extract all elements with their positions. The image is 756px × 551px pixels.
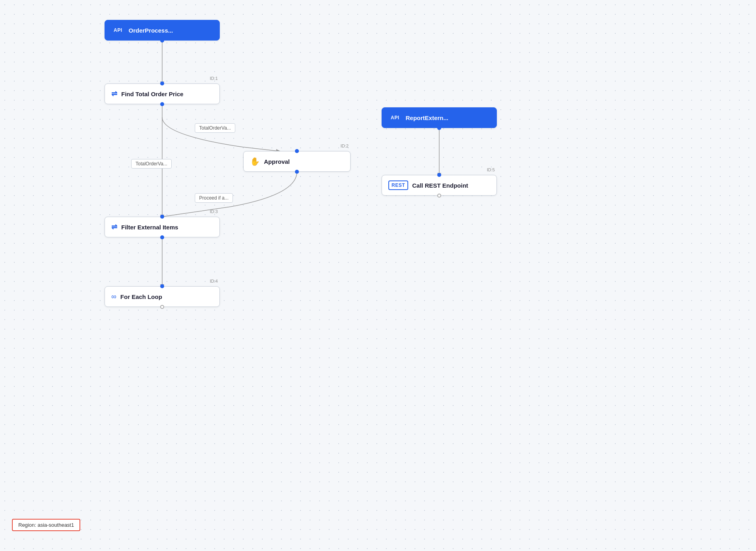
node-for-each-label: For Each Loop <box>120 293 162 300</box>
node-approval-id: ID:2 <box>341 144 349 148</box>
node-order-process[interactable]: API OrderProcess... <box>105 20 220 41</box>
loop-icon-for-each: ∞ <box>111 293 116 301</box>
node-for-each-id: ID:4 <box>210 279 218 283</box>
node-find-total[interactable]: ID:1 ⇌ Find Total Order Price <box>105 83 220 104</box>
node-approval[interactable]: ID:2 ✋ Approval <box>243 151 351 172</box>
rest-badge: REST <box>388 180 408 190</box>
node-filter-external-label: Filter External Items <box>121 224 178 231</box>
api-badge: API <box>111 26 125 34</box>
hand-icon-approval: ✋ <box>250 157 260 166</box>
node-find-total-label: Find Total Order Price <box>121 91 183 97</box>
connector-dot-order-process-out <box>160 39 164 43</box>
connector-dot-approval-in <box>295 149 299 153</box>
node-approval-label: Approval <box>264 158 290 165</box>
connector-dot-for-each-out <box>160 305 164 309</box>
api-badge-report: API <box>388 114 402 122</box>
region-badge-label: Region: asia-southeast1 <box>18 522 74 528</box>
node-order-process-label: OrderProcess... <box>129 27 173 34</box>
edge-label-proceed-if: Proceed if a... <box>195 193 233 203</box>
connector-dot-find-total-in <box>160 81 164 85</box>
connector-layer <box>0 0 756 551</box>
workflow-canvas[interactable]: API OrderProcess... ID:1 ⇌ Find Total Or… <box>0 0 756 551</box>
connector-dot-call-rest-in <box>437 173 441 177</box>
edge-label-total-order-va-2: TotalOrderVa... <box>131 159 172 169</box>
node-report-extern-label: ReportExtern... <box>406 114 449 121</box>
node-filter-external-id: ID:3 <box>210 209 218 214</box>
connector-dot-report-extern-out <box>437 126 441 130</box>
node-for-each[interactable]: ID:4 ∞ For Each Loop <box>105 286 220 307</box>
node-report-extern[interactable]: API ReportExtern... <box>382 107 497 128</box>
edge-label-total-order-va-1: TotalOrderVa... <box>195 123 235 133</box>
node-call-rest[interactable]: ID:5 REST Call REST Endpoint <box>382 175 497 196</box>
node-filter-external[interactable]: ID:3 ⇌ Filter External Items <box>105 217 220 237</box>
node-find-total-id: ID:1 <box>210 76 218 81</box>
region-badge: Region: asia-southeast1 <box>12 519 80 531</box>
connector-dot-filter-external-out <box>160 235 164 239</box>
node-call-rest-label: Call REST Endpoint <box>412 182 468 189</box>
filter-icon-filter-external: ⇌ <box>111 223 117 231</box>
filter-icon-find-total: ⇌ <box>111 89 117 98</box>
connector-dot-for-each-in <box>160 284 164 288</box>
connector-dot-call-rest-out <box>437 194 441 198</box>
connector-dot-filter-external-in <box>160 215 164 219</box>
connector-dot-find-total-out <box>160 102 164 106</box>
node-call-rest-id: ID:5 <box>487 167 495 172</box>
connector-dot-approval-out <box>295 170 299 174</box>
